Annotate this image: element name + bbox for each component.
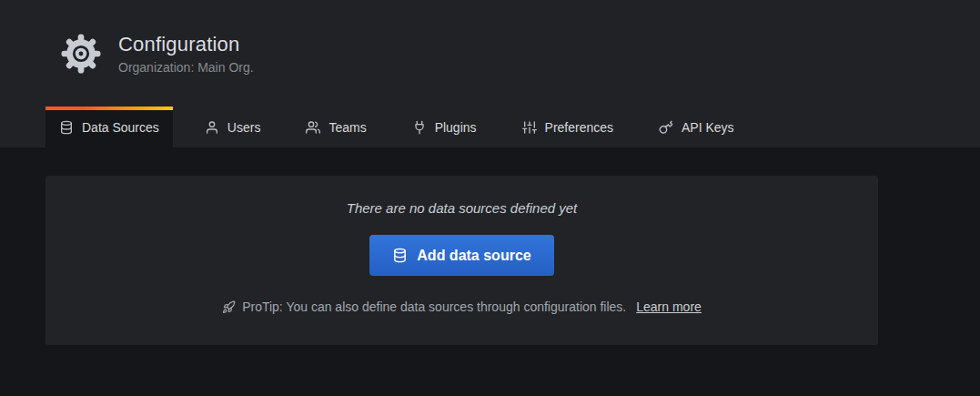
tab-preferences[interactable]: Preferences [509,107,627,147]
page-content: There are no data sources defined yet Ad… [0,147,980,345]
page-subtitle: Organization: Main Org. [118,60,254,75]
tab-api-keys[interactable]: API Keys [645,107,748,147]
tab-label: API Keys [682,120,734,135]
add-data-source-label: Add data source [417,248,530,264]
gear-icon [60,33,102,75]
tab-teams[interactable]: Teams [292,107,379,147]
sliders-icon [522,120,537,135]
empty-datasources-panel: There are no data sources defined yet Ad… [45,176,878,345]
user-icon [205,120,219,135]
tab-plugins[interactable]: Plugins [399,107,490,147]
tab-label: Users [227,120,261,135]
tab-users[interactable]: Users [191,107,275,147]
users-icon [306,120,320,135]
page-header: Configuration Organization: Main Org. Da… [0,0,980,147]
tab-bar: Data Sources Users Teams Plugins [45,107,748,147]
header-titles: Configuration Organization: Main Org. [118,33,254,74]
plug-icon [412,120,427,135]
tab-label: Plugins [435,120,477,135]
tab-data-sources[interactable]: Data Sources [45,107,173,147]
rocket-icon [222,300,236,314]
protip-text: ProTip: You can also define data sources… [242,300,626,314]
page-header-main: Configuration Organization: Main Org. [0,0,980,75]
add-data-source-button[interactable]: Add data source [369,235,553,276]
empty-state-message: There are no data sources defined yet [45,200,878,216]
tab-label: Teams [328,120,366,135]
database-icon [392,248,408,263]
database-icon [59,120,74,135]
tab-label: Data Sources [82,120,159,135]
page-title: Configuration [118,33,254,56]
protip-row: ProTip: You can also define data sources… [45,300,878,314]
tab-label: Preferences [545,120,613,135]
key-icon [659,120,673,135]
configuration-page: Configuration Organization: Main Org. Da… [0,0,980,396]
learn-more-link[interactable]: Learn more [636,300,702,314]
